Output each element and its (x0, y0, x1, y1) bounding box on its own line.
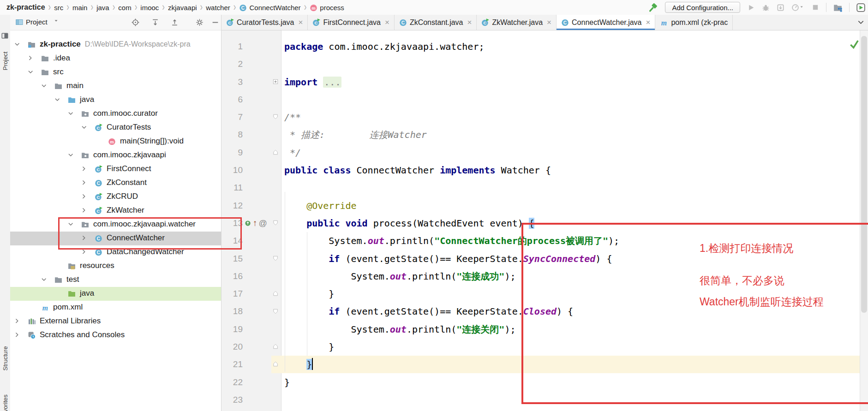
code-line[interactable]: } (284, 374, 619, 391)
tab-zkconstant.java[interactable]: CZkConstant.java× (395, 15, 477, 30)
breadcrumb-item-src[interactable]: src (54, 4, 63, 12)
chevron-right-icon[interactable] (14, 332, 20, 338)
stop-icon[interactable] (812, 4, 819, 11)
code-line[interactable]: public class ConnectWatcher implements W… (284, 161, 619, 179)
breadcrumb-item-zk-practice[interactable]: zk-practice (6, 3, 45, 12)
code-line[interactable]: } (284, 356, 619, 373)
code-line[interactable]: System.out.println("连接关闭"); (284, 321, 619, 338)
tool-window-button-project[interactable]: Project (2, 52, 9, 70)
tree-item-com.imooc.zkjavaapi[interactable]: com.imooc.zkjavaapi (10, 149, 221, 162)
coverage-icon[interactable] (777, 4, 784, 12)
breadcrumb-item-com[interactable]: com (118, 4, 131, 12)
chevron-down-icon[interactable] (28, 69, 34, 75)
fold-marker-icon[interactable] (272, 343, 279, 350)
fold-marker-icon[interactable] (272, 78, 279, 85)
build-hammer-icon[interactable] (647, 2, 658, 13)
overrides-method-icon[interactable] (245, 220, 251, 227)
inspection-ok-check-icon[interactable] (849, 39, 859, 49)
tree-item-test[interactable]: test (10, 273, 221, 287)
breadcrumb-item-process[interactable]: mprocess (310, 4, 344, 12)
chevron-right-icon[interactable] (81, 235, 87, 241)
breadcrumb-item-main[interactable]: main (72, 4, 88, 12)
chevron-down-icon[interactable] (54, 97, 60, 103)
breadcrumb-item-connectwatcher[interactable]: CConnectWatcher (239, 4, 300, 12)
close-tab-icon[interactable]: × (385, 18, 389, 27)
chevron-right-icon[interactable] (14, 318, 20, 324)
breadcrumb-item-java[interactable]: java (96, 4, 109, 12)
expand-all-icon[interactable] (151, 18, 159, 26)
breadcrumb-item-zkjavaapi[interactable]: zkjavaapi (168, 4, 197, 12)
tool-window-button-structure[interactable]: Structure (2, 346, 9, 371)
chevron-right-icon[interactable] (81, 208, 87, 214)
fold-marker-icon[interactable] (272, 113, 279, 120)
add-configuration-button[interactable]: Add Configuration... (665, 2, 740, 13)
project-tool-icon[interactable] (1, 32, 9, 40)
code-line[interactable]: System.out.println("ConnectWatcher的proce… (284, 232, 619, 250)
breadcrumb-item-imooc[interactable]: imooc (140, 4, 159, 12)
code-line[interactable]: */ (284, 144, 619, 161)
tree-item-connectwatcher[interactable]: CConnectWatcher (10, 232, 221, 245)
fold-marker-icon[interactable] (272, 361, 279, 368)
tree-item-java[interactable]: java (10, 93, 221, 107)
close-tab-icon[interactable]: × (467, 18, 472, 27)
tree-item-java[interactable]: java (10, 287, 221, 301)
code-line[interactable]: public void process(WatchedEvent event) … (284, 214, 619, 232)
project-panel-title[interactable]: Project (26, 18, 48, 26)
close-tab-icon[interactable]: × (646, 18, 651, 27)
gear-icon[interactable] (196, 18, 204, 26)
tree-item-src[interactable]: src (10, 66, 221, 79)
chevron-down-icon[interactable] (68, 111, 74, 117)
scrollbar-thumb[interactable] (861, 36, 867, 313)
code-line[interactable] (284, 391, 619, 409)
tree-item-zkconstant[interactable]: CZkConstant (10, 176, 221, 190)
code-line[interactable]: package com.imooc.zkjavaapi.watcher; (284, 38, 619, 55)
hidden-tabs-chevron-icon[interactable] (857, 19, 864, 26)
fold-marker-icon[interactable] (272, 149, 279, 156)
chevron-right-icon[interactable] (81, 194, 87, 200)
close-tab-icon[interactable]: × (299, 18, 303, 27)
chevron-right-icon[interactable] (81, 180, 87, 186)
tree-item-datachangedwatcher[interactable]: CDataChangedWatcher (10, 245, 221, 259)
run-icon[interactable] (747, 4, 755, 12)
code-line[interactable]: * 描述: 连接Watcher (284, 126, 619, 143)
code-line[interactable] (284, 55, 619, 73)
chevron-right-icon[interactable] (81, 166, 87, 172)
chevron-down-icon[interactable] (81, 125, 87, 131)
code-line[interactable] (284, 179, 619, 197)
chevron-down-icon[interactable] (41, 277, 47, 283)
chevron-down-icon[interactable] (68, 221, 74, 227)
fold-marker-icon[interactable] (272, 308, 279, 315)
tree-item-main[interactable]: main (10, 79, 221, 93)
chevron-right-icon[interactable] (81, 249, 87, 255)
code-line[interactable]: import ... (284, 73, 619, 91)
tree-item-zkwatcher[interactable]: CZkWatcher (10, 204, 221, 218)
tab-zkwatcher.java[interactable]: CZkWatcher.java× (477, 15, 557, 30)
code-line[interactable]: } (284, 285, 619, 303)
fold-marker-icon[interactable] (272, 255, 279, 262)
tree-item-.idea[interactable]: .idea (10, 52, 221, 66)
tree-item-zk-practice[interactable]: zk-practiceD:\Web\IDEA-Workspace\zk-pra (10, 38, 221, 52)
code-line[interactable]: /** (284, 108, 619, 126)
tab-pom.xml-zk-prac[interactable]: mpom.xml (zk-prac (655, 15, 733, 30)
tree-item-com.imooc.curator[interactable]: com.imooc.curator (10, 107, 221, 121)
fold-marker-icon[interactable] (272, 290, 279, 297)
collapse-all-icon[interactable] (171, 18, 179, 26)
code-line[interactable]: if (event.getState()== KeeperState.SyncC… (284, 250, 619, 268)
close-tab-icon[interactable]: × (547, 18, 551, 27)
chevron-down-icon[interactable] (14, 42, 20, 48)
locate-file-icon[interactable] (132, 18, 139, 26)
tree-item-firstconnect[interactable]: CFirstConnect (10, 162, 221, 176)
editor-scrollbar[interactable] (860, 30, 868, 411)
chevron-down-icon[interactable] (54, 19, 60, 24)
project-structure-icon[interactable] (833, 3, 842, 12)
annotation-gutter-icon[interactable]: @ (259, 219, 267, 228)
tree-item-scratches-and-consoles[interactable]: Scratches and Consoles (10, 328, 221, 342)
profiler-icon[interactable] (791, 4, 805, 12)
code-line[interactable]: if (event.getState()== KeeperState.Close… (284, 303, 619, 320)
code-line[interactable]: @Override (284, 197, 619, 214)
code-line[interactable]: } (284, 338, 619, 356)
debug-icon[interactable] (762, 4, 770, 12)
tree-item-external-libraries[interactable]: External Libraries (10, 315, 221, 328)
tree-item-pom.xml[interactable]: mpom.xml (10, 301, 221, 315)
chevron-down-icon[interactable] (68, 152, 74, 158)
